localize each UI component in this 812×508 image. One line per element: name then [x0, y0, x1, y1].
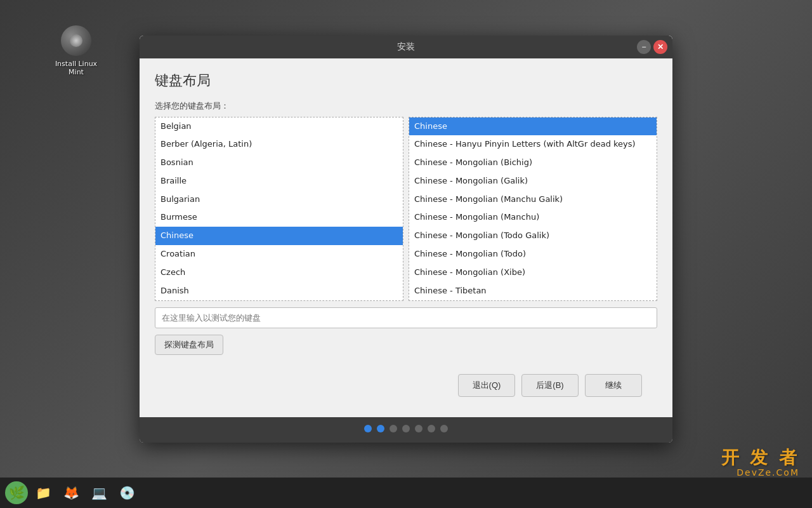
close-button[interactable]: ✕	[653, 40, 667, 54]
language-list-item[interactable]: Chinese	[155, 227, 403, 245]
variant-list-item[interactable]: Chinese	[409, 117, 657, 136]
pagination-dots	[140, 417, 672, 443]
taskbar-files-button[interactable]: 📁	[30, 481, 56, 504]
variant-list-item[interactable]: Chinese - Mongolian (Bichig)	[409, 154, 657, 172]
quit-button[interactable]: 退出(Q)	[458, 374, 515, 397]
language-list-item[interactable]: Berber (Algeria, Latin)	[155, 135, 403, 154]
taskbar-mint-button[interactable]: 🌿	[5, 481, 28, 504]
continue-button[interactable]: 继续	[585, 374, 642, 397]
taskbar: 🌿 📁 🦊 💻 💿	[0, 478, 812, 508]
language-list-item[interactable]: Bosnian	[155, 154, 403, 172]
footer-buttons: 退出(Q) 后退(B) 继续	[155, 368, 657, 407]
variant-list-item[interactable]: Chinese - Tibetan	[409, 282, 657, 300]
variant-list-item[interactable]: Chinese - Mongolian (Xibe)	[409, 264, 657, 282]
language-list[interactable]: BelgianBerber (Algeria, Latin)BosnianBra…	[155, 117, 403, 301]
pagination-dot	[377, 425, 384, 432]
firefox-icon: 🦊	[63, 485, 79, 500]
terminal-icon: 💻	[91, 485, 107, 500]
variant-list-item[interactable]: Chinese - Tibetan (with ASCII numerals)	[409, 300, 657, 300]
pagination-dot	[415, 425, 422, 432]
page-title: 键盘布局	[155, 71, 657, 90]
language-list-item[interactable]: Braille	[155, 172, 403, 190]
mint-icon: 🌿	[9, 485, 25, 500]
watermark-line2: DevZe.CoM	[737, 467, 799, 478]
keyboard-test-input[interactable]	[155, 307, 657, 328]
language-list-item[interactable]: Danish	[155, 282, 403, 300]
language-list-item[interactable]: Croatian	[155, 245, 403, 264]
pagination-dot	[390, 425, 397, 432]
pagination-dot	[440, 425, 448, 432]
language-list-item[interactable]: Bulgarian	[155, 190, 403, 209]
folder-icon: 📁	[36, 485, 51, 500]
desktop: Install Linux Mint 安装 − ✕ 键盘布局 选择您的键盘布局：…	[0, 0, 812, 508]
install-dialog: 安装 − ✕ 键盘布局 选择您的键盘布局： BelgianBerber (Alg…	[140, 36, 672, 443]
title-bar: 安装 − ✕	[140, 36, 672, 58]
watermark-line1: 开 发 者	[721, 446, 800, 470]
window-title: 安装	[397, 41, 415, 53]
language-list-item[interactable]: Belgian	[155, 117, 403, 136]
optical-disk-icon: 💿	[119, 485, 135, 500]
variant-list-item[interactable]: Chinese - Mongolian (Galik)	[409, 172, 657, 190]
language-list-item[interactable]: Czech	[155, 264, 403, 282]
variant-list-item[interactable]: Chinese - Mongolian (Todo Galik)	[409, 227, 657, 245]
language-list-item[interactable]: Burmese	[155, 208, 403, 227]
keyboard-layout-panels: BelgianBerber (Algeria, Latin)BosnianBra…	[155, 117, 657, 301]
section-label: 选择您的键盘布局：	[155, 100, 657, 112]
variant-list-item[interactable]: Chinese - Mongolian (Manchu Galik)	[409, 190, 657, 209]
taskbar-terminal-button[interactable]: 💻	[86, 481, 112, 504]
variant-list-item[interactable]: Chinese - Mongolian (Manchu)	[409, 208, 657, 227]
window-controls: − ✕	[637, 40, 667, 54]
pagination-dot	[402, 425, 410, 432]
pagination-dot	[428, 425, 435, 432]
detect-keyboard-button[interactable]: 探测键盘布局	[155, 335, 223, 355]
variant-list-item[interactable]: Chinese - Mongolian (Todo)	[409, 245, 657, 264]
back-button[interactable]: 后退(B)	[521, 374, 579, 397]
dialog-content: 键盘布局 选择您的键盘布局： BelgianBerber (Algeria, L…	[140, 58, 672, 417]
variant-list-item[interactable]: Chinese - Hanyu Pinyin Letters (with Alt…	[409, 135, 657, 154]
taskbar-firefox-button[interactable]: 🦊	[58, 481, 84, 504]
taskbar-disk-button[interactable]: 💿	[114, 481, 140, 504]
variant-list[interactable]: ChineseChinese - Hanyu Pinyin Letters (w…	[409, 117, 657, 301]
language-list-item[interactable]: Dari	[155, 300, 403, 300]
minimize-button[interactable]: −	[637, 40, 651, 54]
dialog-overlay: 安装 − ✕ 键盘布局 选择您的键盘布局： BelgianBerber (Alg…	[0, 0, 812, 478]
pagination-dot	[364, 425, 372, 432]
